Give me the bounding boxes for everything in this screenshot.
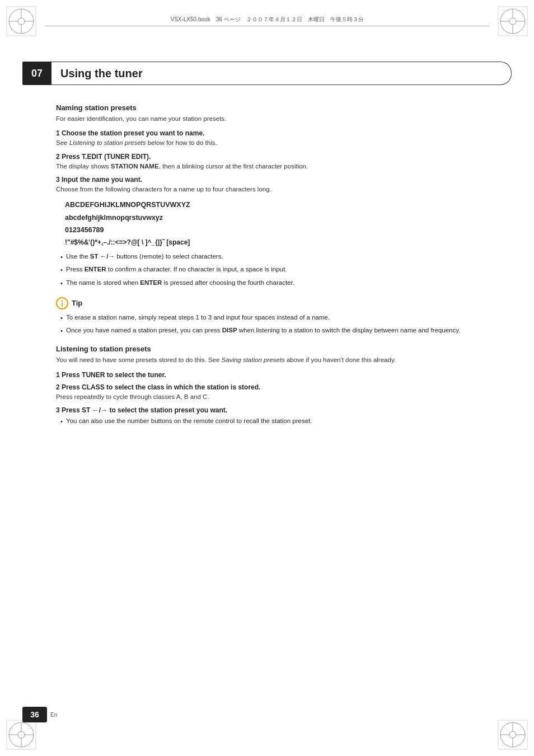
svg-point-22 xyxy=(509,731,516,738)
corner-decoration-tl xyxy=(4,4,38,38)
page-number-box: 36 xyxy=(22,707,47,722)
step-title-1: Choose the station preset you want to na… xyxy=(62,129,204,137)
step-listening-title-1: Press TUNER to select the tuner. xyxy=(62,371,166,379)
section-listening: Listening to station presets You will ne… xyxy=(56,345,478,426)
step-number-1: 1 xyxy=(56,129,62,137)
page-footer: 36 En xyxy=(22,707,57,722)
step-listening-number-3: 3 xyxy=(56,406,62,414)
tip-label: Tip xyxy=(72,299,82,307)
step-listening-1: 1 Press TUNER to select the tuner. xyxy=(56,371,478,379)
main-content: Naming station presets For easier identi… xyxy=(56,104,478,431)
step-listening-subbullets: • You can also use the number buttons on… xyxy=(60,416,478,426)
tip-header: Tip xyxy=(56,297,478,309)
bullet-item-2: • Press ENTER to confirm a character. If… xyxy=(60,265,478,275)
bullet-text-1: Use the ST ←/→ buttons (remote) to selec… xyxy=(66,252,478,261)
char-digits: 0123456789 xyxy=(65,224,478,237)
naming-bullets: • Use the ST ←/→ buttons (remote) to sel… xyxy=(60,252,478,288)
step-listening-number-1: 1 xyxy=(56,371,62,379)
tip-bullet-text-2: Once you have named a station preset, yo… xyxy=(66,326,478,335)
step-listening-subbullet-1: • You can also use the number buttons on… xyxy=(60,416,478,426)
section-naming: Naming station presets For easier identi… xyxy=(56,104,478,336)
svg-point-15 xyxy=(18,731,25,738)
step-listening-3: 3 Press ST ←/→ to select the station pre… xyxy=(56,406,478,426)
tip-bullet-dot-2: • xyxy=(60,326,63,336)
chapter-header: 07 Using the tuner xyxy=(22,62,512,85)
step-title-3: Input the name you want. xyxy=(62,176,142,184)
tip-bullet-2: • Once you have named a station preset, … xyxy=(60,326,478,336)
step-listening-sub-dot: • xyxy=(60,417,63,426)
chapter-title-text: Using the tuner xyxy=(60,67,143,80)
char-uppercase: ABCDEFGHIJKLMNOPQRSTUVWXYZ xyxy=(65,199,478,212)
step-listening-2: 2 Press CLASS to select the class in whi… xyxy=(56,383,478,402)
char-set-display: ABCDEFGHIJKLMNOPQRSTUVWXYZ abcdefghijklm… xyxy=(65,199,478,248)
step-naming-2: 2 Press T.EDIT (TUNER EDIT). The display… xyxy=(56,153,478,171)
chapter-number: 07 xyxy=(22,62,51,85)
bullet-dot-1: • xyxy=(60,252,63,262)
page-number: 36 xyxy=(30,710,39,719)
char-special: !"#$%&'()*+,–./::<=>?@[ \ ]^_{|}˜ [space… xyxy=(65,237,478,249)
chapter-title-box: Using the tuner xyxy=(51,62,512,85)
step-naming-3: 3 Input the name you want. Choose from t… xyxy=(56,176,478,194)
step-naming-1: 1 Choose the station preset you want to … xyxy=(56,129,478,148)
section-naming-heading: Naming station presets xyxy=(56,104,478,112)
bullet-dot-3: • xyxy=(60,279,63,288)
file-info-bar: VSX-LX50.book 36 ページ ２００７年４月１２日 木曜日 午後５時… xyxy=(45,16,489,26)
step-number-2: 2 xyxy=(56,153,62,161)
svg-point-29 xyxy=(62,300,63,302)
bullet-dot-2: • xyxy=(60,265,63,275)
corner-decoration-br xyxy=(496,718,530,752)
tip-bullet-text-1: To erase a station name, simply repeat s… xyxy=(66,313,478,322)
step-title-2: Press T.EDIT (TUNER EDIT). xyxy=(62,153,151,161)
corner-decoration-bl xyxy=(4,718,38,752)
step-listening-sub-text: You can also use the number buttons on t… xyxy=(66,416,478,426)
bullet-text-2: Press ENTER to confirm a character. If n… xyxy=(66,265,478,274)
bullet-item-3: • The name is stored when ENTER is press… xyxy=(60,278,478,288)
bullet-text-3: The name is stored when ENTER is pressed… xyxy=(66,278,478,288)
char-lowercase: abcdefghijklmnopqrstuvwxyz xyxy=(65,212,478,224)
step-listening-title-2: Press CLASS to select the class in which… xyxy=(62,383,260,391)
chapter-number-text: 07 xyxy=(31,68,43,79)
file-info-text: VSX-LX50.book 36 ページ ２００７年４月１２日 木曜日 午後５時… xyxy=(170,16,363,22)
tip-bullets: • To erase a station name, simply repeat… xyxy=(60,313,478,336)
svg-point-1 xyxy=(18,18,25,25)
section-listening-heading: Listening to station presets xyxy=(56,345,478,353)
page-lang: En xyxy=(50,712,57,718)
tip-bullet-1: • To erase a station name, simply repeat… xyxy=(60,313,478,323)
section-listening-intro: You will need to have some presets store… xyxy=(56,355,478,365)
corner-decoration-tr xyxy=(496,4,530,38)
svg-point-8 xyxy=(509,18,516,25)
tip-box: Tip • To erase a station name, simply re… xyxy=(56,297,478,336)
step-listening-number-2: 2 xyxy=(56,383,62,391)
step-body-1: See Listening to station presets below f… xyxy=(56,138,478,148)
section-naming-intro: For easier identification, you can name … xyxy=(56,114,478,124)
tip-bullet-dot-1: • xyxy=(60,313,63,323)
svg-rect-30 xyxy=(62,303,63,307)
bullet-item-1: • Use the ST ←/→ buttons (remote) to sel… xyxy=(60,252,478,262)
step-body-3: Choose from the following characters for… xyxy=(56,185,478,194)
tip-icon xyxy=(56,297,68,309)
step-listening-body-2: Press repeatedly to cycle through classe… xyxy=(56,392,478,402)
step-listening-title-3: Press ST ←/→ to select the station prese… xyxy=(62,406,227,414)
step-body-2: The display shows STATION NAME, then a b… xyxy=(56,162,478,171)
step-number-3: 3 xyxy=(56,176,62,184)
